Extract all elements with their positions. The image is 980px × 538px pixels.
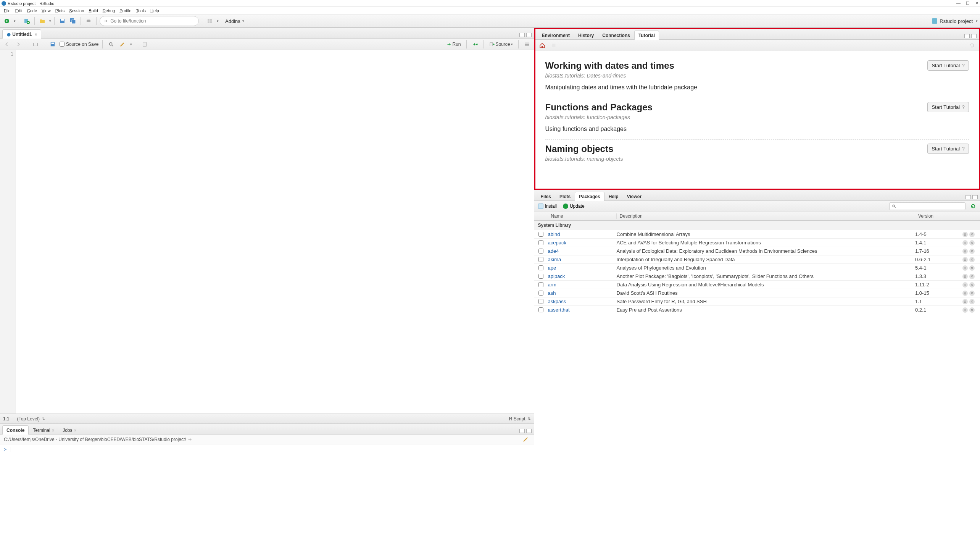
pane-maximize-button[interactable] <box>972 195 978 199</box>
package-web-icon[interactable]: ⊕ <box>962 282 968 288</box>
package-checkbox[interactable] <box>538 274 543 279</box>
rerun-button[interactable] <box>471 40 480 49</box>
close-jobs-icon[interactable]: × <box>74 428 76 433</box>
new-project-button[interactable] <box>22 16 31 26</box>
tab-viewer[interactable]: Viewer <box>623 192 646 201</box>
package-remove-icon[interactable]: ✕ <box>969 257 975 262</box>
package-web-icon[interactable]: ⊕ <box>962 274 968 279</box>
pane-minimize-button[interactable] <box>519 33 525 37</box>
package-checkbox[interactable] <box>538 240 543 245</box>
compile-report-button[interactable] <box>140 40 149 49</box>
tools-grid-button[interactable] <box>205 16 214 26</box>
package-web-icon[interactable]: ⊕ <box>962 249 968 254</box>
close-button[interactable]: ✕ <box>975 1 978 6</box>
menu-build[interactable]: Build <box>86 8 100 13</box>
package-link[interactable]: aplpack <box>548 273 565 279</box>
package-link[interactable]: ape <box>548 265 556 271</box>
menu-plots[interactable]: Plots <box>53 8 67 13</box>
source-on-save-checkbox[interactable] <box>60 42 64 47</box>
menu-edit[interactable]: Edit <box>13 8 25 13</box>
package-checkbox[interactable] <box>538 282 543 287</box>
console-path-arrow-icon[interactable] <box>188 437 192 442</box>
source-button[interactable]: Source ▾ <box>488 40 514 49</box>
package-link[interactable]: assertthat <box>548 307 570 313</box>
package-search[interactable] <box>889 202 965 210</box>
package-remove-icon[interactable]: ✕ <box>969 282 975 288</box>
tab-terminal[interactable]: Terminal× <box>29 425 58 435</box>
clear-console-button[interactable] <box>521 435 530 444</box>
tab-jobs[interactable]: Jobs× <box>58 425 81 435</box>
menu-session[interactable]: Session <box>67 8 86 13</box>
console-body[interactable]: > <box>0 444 534 538</box>
menu-debug[interactable]: Debug <box>100 8 117 13</box>
pane-minimize-button[interactable] <box>964 34 970 38</box>
forward-button[interactable] <box>14 40 23 49</box>
minimize-button[interactable]: — <box>956 1 961 6</box>
new-file-dropdown[interactable]: ▾ <box>14 19 16 23</box>
col-name[interactable]: Name <box>548 213 617 219</box>
tab-files[interactable]: Files <box>537 192 555 201</box>
package-checkbox[interactable] <box>538 299 543 304</box>
pane-maximize-button[interactable] <box>526 429 532 433</box>
package-checkbox[interactable] <box>538 249 543 254</box>
save-button[interactable] <box>58 16 67 26</box>
package-list[interactable]: System Library abindCombine Multidimensi… <box>534 221 980 538</box>
tab-history[interactable]: History <box>574 31 598 40</box>
close-tab-icon[interactable]: × <box>35 32 37 37</box>
package-link[interactable]: akima <box>548 257 561 262</box>
show-in-new-window-button[interactable] <box>31 40 40 49</box>
package-checkbox[interactable] <box>538 257 543 262</box>
addins-menu[interactable]: Addins ▾ <box>225 18 244 24</box>
package-remove-icon[interactable]: ✕ <box>969 291 975 296</box>
package-remove-icon[interactable]: ✕ <box>969 249 975 254</box>
package-checkbox[interactable] <box>538 291 543 296</box>
close-terminal-icon[interactable]: × <box>52 428 54 433</box>
refresh-packages-button[interactable] <box>969 202 978 211</box>
tab-help[interactable]: Help <box>604 192 623 201</box>
save-all-button[interactable] <box>68 16 77 26</box>
package-link[interactable]: ash <box>548 290 556 296</box>
package-checkbox[interactable] <box>538 265 543 270</box>
package-web-icon[interactable]: ⊕ <box>962 291 968 296</box>
menu-view[interactable]: View <box>39 8 53 13</box>
install-button[interactable]: Install <box>537 202 558 211</box>
scope-selector[interactable]: (Top Level)⇅ <box>17 416 45 422</box>
run-button[interactable]: Run <box>445 40 463 49</box>
package-web-icon[interactable]: ⊕ <box>962 265 968 271</box>
package-web-icon[interactable]: ⊕ <box>962 299 968 304</box>
package-search-input[interactable] <box>898 204 963 208</box>
save-source-button[interactable] <box>48 40 57 49</box>
package-checkbox[interactable] <box>538 232 543 237</box>
package-web-icon[interactable]: ⊕ <box>962 307 968 313</box>
project-selector[interactable]: Rstudio project ▾ <box>928 15 978 27</box>
open-file-dropdown[interactable]: ▾ <box>49 19 51 23</box>
lang-selector[interactable]: R Script⇅ <box>509 416 531 422</box>
menu-tools[interactable]: Tools <box>134 8 148 13</box>
source-on-save[interactable]: Source on Save <box>60 42 98 47</box>
goto-file-function[interactable] <box>100 16 199 26</box>
package-web-icon[interactable]: ⊕ <box>962 257 968 262</box>
tutorial-stop-button[interactable] <box>549 41 558 50</box>
code-editor[interactable] <box>16 50 534 414</box>
package-remove-icon[interactable]: ✕ <box>969 232 975 237</box>
package-link[interactable]: abind <box>548 231 560 237</box>
package-remove-icon[interactable]: ✕ <box>969 265 975 271</box>
package-link[interactable]: arm <box>548 282 556 288</box>
pane-minimize-button[interactable] <box>965 195 971 199</box>
start-tutorial-button[interactable]: Start Tutorial ? <box>927 102 969 112</box>
start-tutorial-button[interactable]: Start Tutorial ? <box>927 144 969 154</box>
outline-button[interactable] <box>522 40 532 49</box>
print-button[interactable] <box>84 16 93 26</box>
pane-maximize-button[interactable] <box>526 33 532 37</box>
menu-help[interactable]: Help <box>148 8 161 13</box>
package-web-icon[interactable]: ⊕ <box>962 232 968 237</box>
tab-plots[interactable]: Plots <box>555 192 575 201</box>
start-tutorial-button[interactable]: Start Tutorial ? <box>927 60 969 71</box>
back-button[interactable] <box>2 40 11 49</box>
find-button[interactable] <box>106 40 116 49</box>
goto-input[interactable] <box>110 18 195 24</box>
menu-profile[interactable]: Profile <box>117 8 134 13</box>
editor-area[interactable]: 1 <box>0 50 534 414</box>
package-link[interactable]: askpass <box>548 299 566 304</box>
tools-grid-dropdown[interactable]: ▾ <box>217 19 219 23</box>
